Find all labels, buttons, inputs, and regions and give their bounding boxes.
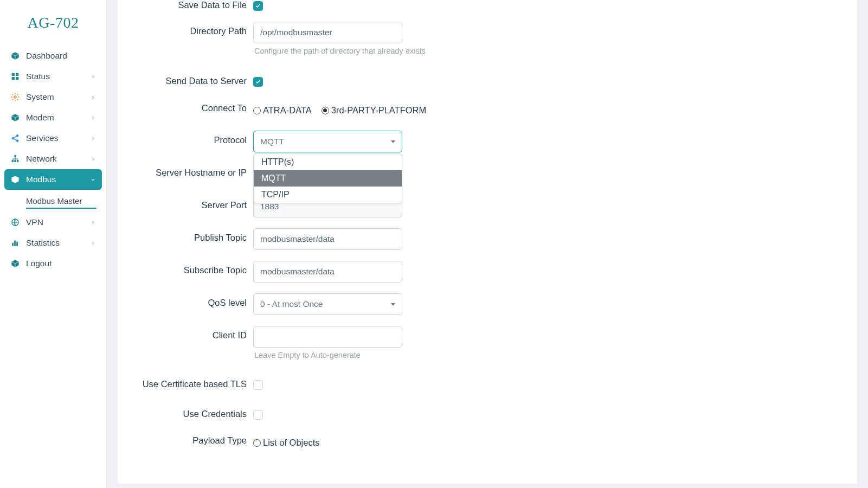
checkbox-save-to-file[interactable]: [253, 1, 263, 11]
sidebar-item-logout[interactable]: Logout: [4, 253, 102, 274]
label-use-tls: Use Certificate based TLS: [134, 375, 253, 389]
sidebar: AG-702 DashboardStatusSystemModemService…: [0, 0, 107, 488]
sidebar-subitem-modbus-master[interactable]: Modbus Master: [4, 192, 102, 209]
input-client-id[interactable]: [253, 326, 402, 348]
gear-icon: [11, 93, 20, 101]
chevron-right-icon: [91, 238, 95, 248]
label-save-to-file: Save Data to File: [134, 0, 253, 10]
cube-icon: [11, 52, 20, 60]
sidebar-item-label: Modbus: [26, 175, 56, 184]
chevron-right-icon: [91, 113, 95, 123]
input-subscribe-topic[interactable]: [253, 261, 402, 282]
checkbox-use-tls[interactable]: [253, 380, 263, 390]
sidebar-item-label: Modem: [26, 113, 54, 123]
option-mqtt[interactable]: MQTT: [254, 170, 402, 187]
dropdown-protocol: HTTP(s) MQTT TCP/IP: [253, 153, 402, 203]
sidebar-item-services[interactable]: Services: [4, 128, 102, 149]
label-connect-to: Connect To: [134, 102, 253, 113]
sidebar-item-label: Services: [26, 133, 58, 143]
helper-directory-path: Configure the path of directory that alr…: [253, 47, 427, 55]
config-panel: Save Data to File Directory Path Configu…: [118, 0, 857, 484]
radio-label: 3rd-PARTY-PLATFORM: [331, 105, 426, 115]
sidebar-item-label: VPN: [26, 217, 43, 227]
sidebar-item-label: Statistics: [26, 238, 60, 248]
select-qos-value: 0 - At most Once: [260, 299, 323, 309]
sidebar-item-label: Network: [26, 154, 57, 164]
brand-logo: AG-702: [0, 0, 106, 41]
checkbox-send-to-server[interactable]: [253, 77, 263, 87]
sidebar-item-system[interactable]: System: [4, 87, 102, 107]
chevron-right-icon: [91, 133, 95, 143]
option-http[interactable]: HTTP(s): [254, 154, 402, 170]
sidebar-item-label: Status: [26, 72, 50, 81]
radio-list-of-objects[interactable]: List of Objects: [253, 438, 320, 448]
sidebar-item-label: Logout: [26, 259, 52, 268]
input-publish-topic[interactable]: [253, 228, 402, 250]
helper-client-id: Leave Empty to Auto-generate: [253, 351, 402, 359]
radio-icon: [253, 439, 261, 447]
main-area: Save Data to File Directory Path Configu…: [107, 0, 868, 488]
radio-icon: [253, 107, 261, 114]
nav-list: DashboardStatusSystemModemServicesNetwor…: [0, 41, 106, 274]
sidebar-item-dashboard[interactable]: Dashboard: [4, 46, 102, 66]
chevron-right-icon: [91, 92, 95, 102]
label-payload-type: Payload Type: [134, 434, 253, 446]
bars-icon: [11, 239, 20, 247]
radio-3rd-party[interactable]: 3rd-PARTY-PLATFORM: [322, 105, 426, 115]
caret-down-icon: [391, 140, 395, 143]
select-protocol[interactable]: MQTT: [253, 131, 402, 152]
label-subscribe-topic: Subscribe Topic: [134, 261, 253, 275]
grid-icon: [11, 72, 20, 81]
caret-down-icon: [391, 303, 395, 306]
select-protocol-value: MQTT: [260, 137, 284, 146]
label-directory-path: Directory Path: [134, 22, 253, 36]
sidebar-item-statistics[interactable]: Statistics: [4, 233, 102, 253]
label-publish-topic: Publish Topic: [134, 228, 253, 243]
radio-icon: [322, 107, 329, 114]
radio-atra-data[interactable]: ATRA-DATA: [253, 105, 312, 115]
select-qos[interactable]: 0 - At most Once: [253, 293, 402, 315]
label-client-id: Client ID: [134, 326, 253, 341]
cube-icon: [11, 113, 20, 122]
sidebar-item-vpn[interactable]: VPN: [4, 212, 102, 233]
label-server-host: Server Hostname or IP: [134, 163, 253, 178]
input-directory-path[interactable]: [253, 22, 402, 43]
option-tcpip[interactable]: TCP/IP: [254, 187, 402, 203]
sidebar-item-modbus[interactable]: Modbus: [4, 169, 102, 190]
sidebar-item-label: Dashboard: [26, 51, 67, 61]
radio-label: List of Objects: [263, 438, 320, 448]
sidebar-item-status[interactable]: Status: [4, 66, 102, 87]
label-protocol: Protocol: [134, 131, 253, 145]
label-use-credentials: Use Credentials: [134, 404, 253, 419]
chevron-right-icon: [91, 217, 95, 227]
cube-icon: [11, 175, 20, 184]
tree-icon: [11, 155, 20, 163]
label-server-port: Server Port: [134, 196, 253, 210]
globe-icon: [11, 218, 20, 227]
radio-label: ATRA-DATA: [263, 105, 312, 115]
sidebar-item-label: System: [26, 92, 54, 102]
cube-icon: [11, 259, 20, 268]
chevron-down-icon: [91, 175, 95, 184]
share-icon: [11, 134, 20, 143]
sidebar-item-network[interactable]: Network: [4, 149, 102, 169]
chevron-right-icon: [91, 154, 95, 164]
sidebar-item-modem[interactable]: Modem: [4, 107, 102, 128]
label-send-to-server: Send Data to Server: [134, 72, 253, 86]
checkbox-use-credentials[interactable]: [253, 410, 263, 420]
label-qos: QoS level: [134, 293, 253, 308]
chevron-right-icon: [91, 72, 95, 81]
